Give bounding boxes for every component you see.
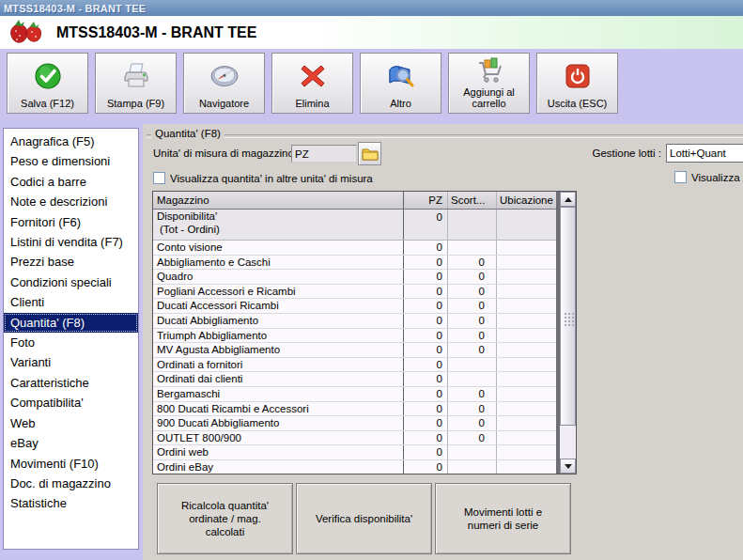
table-cell: Ordinati dai clienti <box>153 372 403 386</box>
table-cell: 0 <box>403 285 447 299</box>
table-cell: 0 <box>403 299 447 313</box>
table-cell <box>447 372 496 386</box>
column-header-ubicazione[interactable]: Ubicazione <box>496 192 556 209</box>
red-x-icon <box>272 54 352 98</box>
sidebar-item-ebay[interactable]: eBay <box>4 433 138 453</box>
table-cell <box>496 416 556 430</box>
table-cell <box>496 329 556 343</box>
table-cell: 0 <box>403 314 447 328</box>
table-row[interactable]: OUTLET 800/90000 <box>153 431 556 446</box>
sidebar-item-doc-di-magazzino[interactable]: Doc. di magazzino <box>4 474 138 493</box>
table-row[interactable]: MV Agusta Abbigliamento00 <box>153 343 556 358</box>
table-cell: MV Agusta Abbigliamento <box>153 343 403 357</box>
sidebar-item-fornitori-f6[interactable]: Fornitori (F6) <box>4 212 138 232</box>
table-row[interactable]: Abbigliamento e Caschi00 <box>153 256 556 271</box>
table-cell: 0 <box>447 314 496 328</box>
table-row[interactable]: Ordinati a fornitori0 <box>153 358 556 373</box>
check-availability-button[interactable]: Verifica disponibilita' <box>296 483 432 554</box>
table-cell <box>496 299 556 313</box>
add-to-cart-button[interactable]: Aggiungi al carrello <box>448 53 530 114</box>
column-header-magazzino[interactable]: Magazzino <box>153 192 403 209</box>
print-button-label: Stampa (F9) <box>107 98 164 113</box>
table-cell: Conto visione <box>153 241 403 255</box>
gestione-lotti-select[interactable]: Lotti+Quant <box>666 144 743 163</box>
sidebar-item-prezzi-base[interactable]: Prezzi base <box>4 252 138 272</box>
save-check-icon <box>8 54 87 98</box>
more-button[interactable]: Altro <box>360 53 441 114</box>
titlebar[interactable]: MTSS18403-M - BRANT TEE <box>0 0 743 16</box>
table-row[interactable]: Pogliani Accessori e Ricambi00 <box>153 285 556 300</box>
table-row[interactable]: Ordinati dai clienti0 <box>153 372 556 387</box>
column-header-scorta[interactable]: Scort... <box>447 192 496 209</box>
sidebar-item-listini-di-vendita-f7[interactable]: Listini di vendita (F7) <box>4 232 138 252</box>
table-row[interactable]: Ducati Accessori Ricambi00 <box>153 299 556 314</box>
recalc-quantities-button[interactable]: Ricalcola quantita' ordinate / mag. calc… <box>157 483 293 554</box>
sidebar-item-peso-e-dimensioni[interactable]: Peso e dimensioni <box>4 151 138 171</box>
folder-icon <box>362 147 379 161</box>
compass-icon <box>184 54 264 98</box>
table-cell: Abbigliamento e Caschi <box>153 256 403 270</box>
table-cell: Quadro <box>153 270 403 284</box>
table-cell: Ordini eBay <box>153 460 403 474</box>
sidebar-item-caratteristiche[interactable]: Caratteristiche <box>4 373 138 393</box>
table-row[interactable]: Triumph Abbigliamento00 <box>153 329 556 344</box>
sidebar-item-quantita-f8[interactable]: Quantita' (F8) <box>4 313 138 333</box>
sidebar-item-condizioni-speciali[interactable]: Condizioni speciali <box>4 272 138 292</box>
sidebar-item-foto[interactable]: Foto <box>4 333 138 352</box>
table-cell: 0 <box>403 416 447 430</box>
table-cell: 0 <box>447 285 496 299</box>
sidebar-item-codici-a-barre[interactable]: Codici a barre <box>4 172 138 192</box>
table-cell: 0 <box>447 270 496 284</box>
table-cell <box>496 460 556 474</box>
table-cell <box>496 256 556 270</box>
table-row[interactable]: Disponibilita'(Tot - Ordini)0 <box>153 210 556 241</box>
table-cell: 0 <box>447 431 496 445</box>
show-other-uom-checkbox[interactable] <box>153 172 165 184</box>
table-row[interactable]: Ordini web0 <box>153 445 556 460</box>
table-cell <box>496 210 556 240</box>
table-row[interactable]: Quadro00 <box>153 270 556 285</box>
table-cell: 0 <box>447 343 496 357</box>
table-row[interactable]: 800 Ducati Ricambi e Accessori00 <box>153 402 556 417</box>
delete-button[interactable]: Elimina <box>271 53 353 114</box>
groupbox-title: Quantita' (F8) <box>151 128 224 139</box>
table-cell <box>496 343 556 357</box>
table-cell <box>496 445 556 459</box>
table-cell: 0 <box>403 460 447 474</box>
scrollbar-grip <box>565 313 566 315</box>
sidebar-item-varianti[interactable]: Varianti <box>4 352 138 372</box>
print-button[interactable]: Stampa (F9) <box>95 53 177 114</box>
sidebar-item-statistiche[interactable]: Statistiche <box>4 493 138 513</box>
table-row[interactable]: Ducati Abbigliamento00 <box>153 314 556 329</box>
sidebar-item-web[interactable]: Web <box>4 413 138 433</box>
table-row[interactable]: Ordini eBay0 <box>153 460 556 474</box>
table-cell: 0 <box>403 358 447 372</box>
table-cell <box>496 402 556 416</box>
table-row[interactable]: Conto visione0 <box>153 241 556 256</box>
uom-browse-button[interactable] <box>358 142 381 165</box>
scrollbar-down-button[interactable] <box>560 459 576 474</box>
vertical-scrollbar[interactable] <box>560 192 576 474</box>
exit-button[interactable]: Uscita (ESC) <box>536 53 618 114</box>
navigator-button[interactable]: Navigatore <box>183 53 265 114</box>
table-cell <box>496 314 556 328</box>
uom-label: Unita' di misura di magazzino : <box>153 148 300 159</box>
column-header-pz[interactable]: PZ <box>403 192 447 209</box>
table-row[interactable]: Bergamaschi00 <box>153 387 556 402</box>
sidebar-item-compatibilita[interactable]: Compatibilita' <box>4 393 138 412</box>
table-cell: 800 Ducati Ricambi e Accessori <box>153 402 403 416</box>
scrollbar-thumb[interactable] <box>560 207 576 426</box>
table-cell: Bergamaschi <box>153 387 403 401</box>
table-cell: 0 <box>447 256 496 270</box>
sidebar-item-note-e-descrizioni[interactable]: Note e descrizioni <box>4 192 138 211</box>
sidebar-item-clienti[interactable]: Clienti <box>4 292 138 312</box>
sidebar-item-movimenti-f10[interactable]: Movimenti (F10) <box>4 454 138 474</box>
save-button[interactable]: Salva (F12) <box>7 53 88 114</box>
lot-movements-button[interactable]: Movimenti lotti e numeri di serie <box>435 483 571 554</box>
visualizza-checkbox[interactable] <box>674 171 687 183</box>
power-icon <box>537 54 617 98</box>
sidebar-item-anagrafica-f5[interactable]: Anagrafica (F5) <box>4 132 138 151</box>
scrollbar-up-button[interactable] <box>560 192 576 207</box>
table-row[interactable]: 900 Ducati Abbigliamento00 <box>153 416 556 431</box>
uom-input[interactable] <box>291 145 357 163</box>
